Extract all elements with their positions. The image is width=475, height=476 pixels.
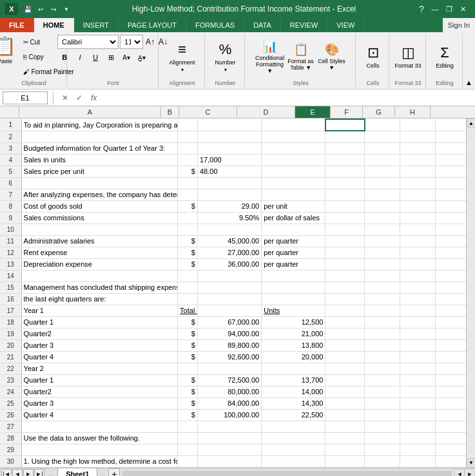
cell-b19[interactable]: $: [178, 328, 198, 339]
cell-f20[interactable]: [365, 339, 400, 351]
cell-d21[interactable]: 20,000: [262, 351, 325, 363]
cell-f22[interactable]: [365, 363, 400, 374]
cell-g21[interactable]: [400, 351, 436, 363]
cell-e9[interactable]: [325, 212, 365, 224]
cell-c17[interactable]: [197, 305, 261, 316]
cell-g10[interactable]: [400, 224, 436, 235]
cell-d25[interactable]: 14,300: [262, 397, 325, 409]
tab-home[interactable]: HOME: [34, 18, 74, 32]
cell-c11[interactable]: 45,000.00: [197, 235, 261, 247]
cell-d18[interactable]: 12,500: [262, 316, 325, 328]
cell-f25[interactable]: [365, 397, 400, 409]
cell-e15[interactable]: [325, 281, 365, 293]
cell-b5[interactable]: $: [178, 166, 198, 177]
cell-e26[interactable]: [325, 409, 365, 421]
name-box[interactable]: [3, 91, 48, 104]
cell-d28[interactable]: [262, 432, 325, 444]
cell-d23[interactable]: 13,700: [262, 374, 325, 386]
cell-c15[interactable]: [197, 281, 261, 293]
cell-a12[interactable]: Rent expense: [21, 247, 178, 258]
cell-f18[interactable]: [365, 316, 400, 328]
cell-e25[interactable]: [325, 397, 365, 409]
cell-g7[interactable]: [400, 189, 436, 200]
cell-a5[interactable]: Sales price per unit: [21, 166, 178, 177]
cell-a1[interactable]: To aid in planning, Jay Corporation is p…: [21, 119, 178, 131]
cell-f1[interactable]: [365, 119, 400, 131]
cell-e1[interactable]: [325, 119, 365, 131]
next-sheet-button[interactable]: ►: [23, 469, 34, 476]
cell-a8[interactable]: Cost of goods sold: [21, 200, 178, 212]
cell-d5[interactable]: [262, 166, 325, 177]
cell-e14[interactable]: [325, 270, 365, 281]
cell-c6[interactable]: [197, 177, 261, 189]
conditional-formatting-button[interactable]: 📊 Conditional Formatting ▼: [255, 39, 285, 75]
tab-page-layout[interactable]: PAGE LAYOUT: [119, 18, 186, 32]
cell-f2[interactable]: [365, 131, 400, 142]
cell-f9[interactable]: [365, 212, 400, 224]
cell-f30[interactable]: [365, 455, 400, 467]
cell-g20[interactable]: [400, 339, 436, 351]
cell-f17[interactable]: [365, 305, 400, 316]
cell-g23[interactable]: [400, 374, 436, 386]
font-name-select[interactable]: Calibri: [57, 35, 119, 49]
cell-c13[interactable]: 36,000.00: [197, 258, 261, 270]
cell-g25[interactable]: [400, 397, 436, 409]
cell-d24[interactable]: 14,000: [262, 386, 325, 397]
cell-b2[interactable]: [178, 131, 198, 142]
cell-b10[interactable]: [178, 224, 198, 235]
cell-f21[interactable]: [365, 351, 400, 363]
cell-c29[interactable]: [197, 444, 261, 455]
cell-c1[interactable]: [197, 119, 261, 131]
cell-styles-button[interactable]: 🎨 Cell Styles ▼: [317, 39, 347, 75]
close-button[interactable]: ✕: [457, 3, 470, 15]
vertical-scrollbar[interactable]: ▲ ▼: [466, 119, 475, 468]
cell-a3[interactable]: Budgeted information for Quarter 1 of Ye…: [21, 142, 178, 154]
scroll-up-button[interactable]: ▲: [467, 119, 475, 128]
border-button[interactable]: ⊞: [104, 50, 118, 64]
tab-data[interactable]: DATA: [244, 18, 281, 32]
increase-font-button[interactable]: A↑: [144, 35, 156, 49]
last-sheet-button[interactable]: ►|: [34, 469, 44, 476]
cell-e30[interactable]: [325, 455, 365, 467]
sign-in-button[interactable]: Sign In: [443, 18, 475, 32]
cell-g4[interactable]: [400, 154, 436, 166]
cell-g26[interactable]: [400, 409, 436, 421]
cell-g30[interactable]: [400, 455, 436, 467]
cell-e4[interactable]: [325, 154, 365, 166]
alignment-button[interactable]: ≡ Alignment ▾: [168, 39, 197, 75]
tab-file[interactable]: FILE: [0, 18, 34, 32]
cell-e28[interactable]: [325, 432, 365, 444]
cell-e27[interactable]: [325, 421, 365, 432]
cell-d2[interactable]: [262, 131, 325, 142]
cell-b27[interactable]: [178, 421, 198, 432]
cell-f12[interactable]: [365, 247, 400, 258]
cell-a30[interactable]: 1. Using the high low method, determine …: [21, 455, 178, 467]
editing-button[interactable]: Σ Editing: [429, 39, 460, 75]
cell-g28[interactable]: [400, 432, 436, 444]
cell-b21[interactable]: $: [178, 351, 198, 363]
cell-c28[interactable]: [197, 432, 261, 444]
cell-c9[interactable]: 9.50%: [197, 212, 261, 224]
sheet-tab-sheet1[interactable]: Sheet1: [57, 468, 97, 476]
cell-f7[interactable]: [365, 189, 400, 200]
cell-e11[interactable]: [325, 235, 365, 247]
cell-g22[interactable]: [400, 363, 436, 374]
font-color-button[interactable]: A̲▾: [135, 50, 149, 64]
cell-g14[interactable]: [400, 270, 436, 281]
cell-g29[interactable]: [400, 444, 436, 455]
scroll-left-button[interactable]: ◄: [454, 469, 465, 476]
cell-a20[interactable]: Quarter 3: [21, 339, 178, 351]
col-header-g[interactable]: G: [363, 106, 395, 118]
cell-e8[interactable]: [325, 200, 365, 212]
cell-c30[interactable]: [197, 455, 261, 467]
cell-c14[interactable]: [197, 270, 261, 281]
cell-c27[interactable]: [197, 421, 261, 432]
cell-d3[interactable]: [262, 142, 325, 154]
cell-f4[interactable]: [365, 154, 400, 166]
cell-f13[interactable]: [365, 258, 400, 270]
cell-b15[interactable]: [178, 281, 198, 293]
cell-a2[interactable]: [21, 131, 178, 142]
cell-g13[interactable]: [400, 258, 436, 270]
cell-g8[interactable]: [400, 200, 436, 212]
cell-e18[interactable]: [325, 316, 365, 328]
